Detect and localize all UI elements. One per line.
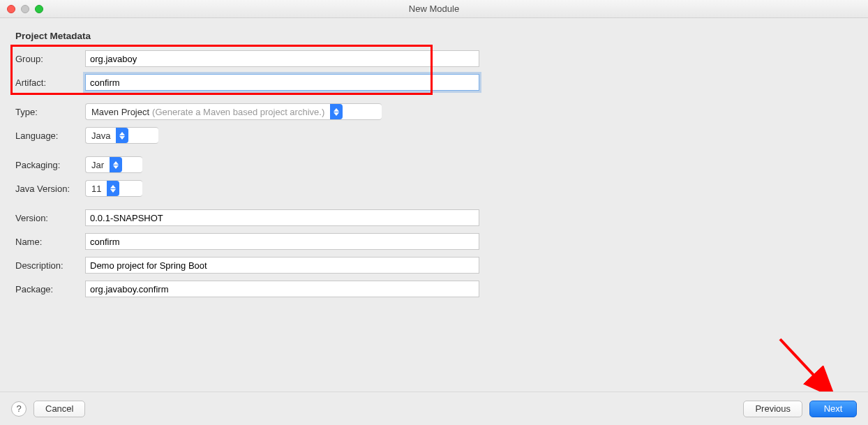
language-select[interactable]: Java — [85, 127, 158, 144]
svg-marker-5 — [113, 165, 119, 169]
row-description: Description: — [15, 256, 853, 274]
label-group: Group: — [15, 54, 85, 64]
row-version: Version: — [15, 209, 853, 227]
packaging-select[interactable]: Jar — [85, 156, 142, 173]
chevron-updown-icon — [330, 104, 343, 119]
traffic-lights — [7, 5, 43, 13]
label-language: Language: — [15, 131, 85, 141]
version-field[interactable] — [85, 209, 479, 226]
row-name: Name: — [15, 232, 853, 251]
titlebar: New Module — [0, 0, 868, 18]
row-group: Group: — [15, 50, 853, 68]
name-field[interactable] — [85, 233, 479, 250]
chevron-updown-icon — [110, 157, 122, 172]
label-version: Version: — [15, 213, 85, 223]
svg-marker-1 — [334, 112, 339, 116]
maximize-button[interactable] — [35, 5, 43, 13]
label-name: Name: — [15, 237, 85, 247]
type-select[interactable]: Maven Project (Generate a Maven based pr… — [85, 103, 382, 120]
next-button[interactable]: Next — [809, 401, 857, 417]
svg-marker-7 — [110, 189, 116, 193]
label-package: Package: — [15, 284, 85, 294]
svg-line-9 — [780, 339, 830, 393]
label-packaging: Packaging: — [15, 160, 85, 170]
java-version-select-value: 11 — [91, 184, 101, 194]
group-field[interactable] — [85, 50, 479, 67]
packaging-select-value: Jar — [91, 160, 104, 170]
row-packaging: Packaging: Jar — [15, 156, 853, 174]
help-icon: ? — [16, 403, 21, 414]
language-select-value: Java — [91, 131, 110, 141]
help-button[interactable]: ? — [11, 401, 27, 417]
chevron-updown-icon — [116, 128, 128, 143]
package-field[interactable] — [85, 281, 479, 297]
previous-button[interactable]: Previous — [743, 401, 802, 417]
svg-marker-0 — [334, 108, 339, 112]
type-select-hint: (Generate a Maven based project archive.… — [152, 107, 324, 117]
window-title: New Module — [0, 3, 868, 14]
description-field[interactable] — [85, 257, 479, 274]
row-language: Language: Java — [15, 126, 853, 144]
svg-marker-3 — [119, 136, 125, 140]
footer: ? Cancel Previous Next — [0, 392, 868, 425]
svg-marker-6 — [110, 185, 116, 188]
section-title: Project Metadata — [15, 31, 853, 41]
row-artifact: Artifact: — [15, 73, 853, 91]
minimize-button[interactable] — [21, 5, 29, 13]
label-type: Type: — [15, 107, 85, 117]
label-artifact: Artifact: — [15, 77, 85, 88]
row-type: Type: Maven Project (Generate a Maven ba… — [15, 103, 853, 121]
label-description: Description: — [15, 260, 85, 271]
chevron-updown-icon — [107, 181, 119, 196]
label-java-version: Java Version: — [15, 184, 85, 194]
close-button[interactable] — [7, 5, 15, 13]
java-version-select[interactable]: 11 — [85, 180, 142, 197]
row-java-version: Java Version: 11 — [15, 179, 853, 197]
type-select-value: Maven Project — [91, 107, 149, 117]
cancel-button[interactable]: Cancel — [33, 401, 85, 417]
content-area: Project Metadata Group: Artifact: Type: … — [0, 18, 868, 298]
svg-marker-2 — [119, 132, 125, 135]
artifact-field[interactable] — [85, 74, 479, 91]
svg-marker-4 — [113, 161, 119, 165]
row-package: Package: — [15, 280, 853, 298]
